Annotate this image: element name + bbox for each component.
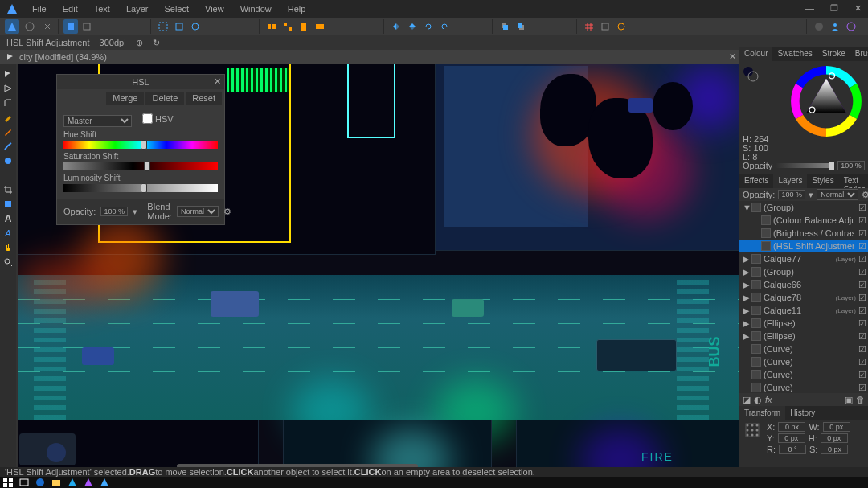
layer-visibility-checkbox[interactable]: ☑ xyxy=(858,383,866,393)
shape-tool-icon[interactable] xyxy=(2,198,14,211)
layer-row[interactable]: ▼(Group)☑ xyxy=(739,201,868,214)
rotate-ccw-icon[interactable] xyxy=(421,19,436,34)
taskview-icon[interactable] xyxy=(19,478,29,487)
transform-y[interactable] xyxy=(778,433,805,443)
hue-slider[interactable] xyxy=(63,141,218,149)
layer-mask-icon[interactable]: ◪ xyxy=(743,395,751,405)
flip-v-icon[interactable] xyxy=(405,19,420,34)
layer-visibility-checkbox[interactable]: ☑ xyxy=(858,370,866,380)
layer-visibility-checkbox[interactable]: ☑ xyxy=(858,267,866,277)
menu-file[interactable]: File xyxy=(24,2,55,16)
crop-tool-icon[interactable] xyxy=(2,183,14,196)
snap-grid-icon[interactable] xyxy=(582,19,596,34)
layer-visibility-checkbox[interactable]: ☑ xyxy=(858,254,866,265)
corner-tool-icon[interactable] xyxy=(2,96,14,109)
node-tool-icon[interactable] xyxy=(2,82,14,95)
layer-expand-icon[interactable]: ▶ xyxy=(743,318,749,329)
app3-icon[interactable] xyxy=(100,478,109,487)
layer-fx-icon[interactable]: fx xyxy=(765,395,772,404)
zoom-tool-icon[interactable] xyxy=(2,256,14,269)
layer-visibility-checkbox[interactable]: ☑ xyxy=(858,215,866,226)
layer-expand-icon[interactable]: ▶ xyxy=(743,331,749,342)
arrange-icon-3[interactable] xyxy=(297,19,311,34)
layer-row[interactable]: ▶Calque66☑ xyxy=(739,278,868,291)
account-icon[interactable] xyxy=(828,19,842,34)
layer-expand-icon[interactable]: ▶ xyxy=(743,306,749,316)
layer-row[interactable]: (Curve)☑ xyxy=(739,381,868,393)
tab-styles[interactable]: Styles xyxy=(807,174,838,188)
layers-opacity-stepper[interactable]: ▾ xyxy=(809,190,813,200)
explorer-icon[interactable] xyxy=(51,478,61,487)
close-view-icon[interactable]: ✕ xyxy=(729,51,736,62)
transform-w[interactable] xyxy=(823,422,850,432)
layers-gear-icon[interactable]: ⚙ xyxy=(862,190,868,200)
sat-slider[interactable] xyxy=(63,162,218,170)
app1-icon[interactable] xyxy=(68,478,77,487)
tab-brushes[interactable]: Brushes xyxy=(850,47,868,61)
lum-slider[interactable] xyxy=(63,184,218,192)
navigator-cube[interactable] xyxy=(19,433,76,465)
color-wheel[interactable] xyxy=(791,66,862,137)
close-window-button[interactable]: ✕ xyxy=(851,2,865,15)
maximize-button[interactable]: ❐ xyxy=(827,2,841,15)
hsl-dialog-header[interactable]: HSL ✕ xyxy=(57,75,224,89)
menu-select[interactable]: Select xyxy=(156,2,197,16)
layer-row[interactable]: (Curve)☑ xyxy=(739,355,868,368)
layer-visibility-checkbox[interactable]: ☑ xyxy=(858,203,866,213)
menu-edit[interactable]: Edit xyxy=(55,2,86,16)
layer-visibility-checkbox[interactable]: ☑ xyxy=(858,280,866,290)
order-back-icon[interactable] xyxy=(497,19,512,34)
arrange-icon-1[interactable] xyxy=(264,19,279,34)
tab-textstyles[interactable]: Text Styles xyxy=(839,174,868,188)
layer-visibility-checkbox[interactable]: ☑ xyxy=(858,318,866,329)
menu-layer[interactable]: Layer xyxy=(118,2,157,16)
layer-visibility-checkbox[interactable]: ☑ xyxy=(858,306,866,316)
tab-colour[interactable]: Colour xyxy=(739,47,772,61)
layer-row[interactable]: (Curve)☑ xyxy=(739,342,868,355)
layer-row[interactable]: ▶Calque77(Layer)☑ xyxy=(739,252,868,265)
photo-persona-icon[interactable] xyxy=(5,19,19,34)
flip-h-icon[interactable] xyxy=(389,19,403,34)
toolbar-icon-1[interactable] xyxy=(63,19,78,34)
layer-visibility-checkbox[interactable]: ☑ xyxy=(858,241,866,252)
move-tool-icon[interactable] xyxy=(2,68,14,80)
develop-persona-icon[interactable] xyxy=(40,19,55,34)
menu-help[interactable]: Help xyxy=(280,2,314,16)
help-icon[interactable] xyxy=(844,19,858,34)
document-tab[interactable]: city [Modified] (34.9%) xyxy=(19,52,107,62)
layer-row[interactable]: (Brightness / Contrast Adjustm☑ xyxy=(739,227,868,240)
layer-visibility-checkbox[interactable]: ☑ xyxy=(858,293,866,303)
color-swap-icon[interactable] xyxy=(743,66,759,82)
layer-expand-icon[interactable]: ▶ xyxy=(743,280,749,290)
tab-swatches[interactable]: Swatches xyxy=(772,47,817,61)
fill-tool-icon[interactable] xyxy=(2,154,14,167)
edge-icon[interactable] xyxy=(35,478,45,487)
layer-row[interactable]: (Curve)☑ xyxy=(739,368,868,381)
order-front-icon[interactable] xyxy=(514,19,528,34)
layers-blend-select[interactable]: Normal xyxy=(817,189,858,200)
selection-icon-3[interactable] xyxy=(188,19,203,34)
brush-tool-icon[interactable] xyxy=(2,140,14,153)
transform-h[interactable] xyxy=(821,433,848,443)
snap-icon-3[interactable] xyxy=(614,19,628,34)
tab-effects[interactable]: Effects xyxy=(739,174,773,188)
snap-icon-2[interactable] xyxy=(598,19,612,34)
tab-transform[interactable]: Transform xyxy=(739,406,785,420)
opacity-slider[interactable] xyxy=(776,163,834,168)
layer-row[interactable]: ▶Calque11(Layer)☑ xyxy=(739,304,868,317)
transform-r[interactable] xyxy=(779,445,806,454)
layer-expand-icon[interactable]: ▶ xyxy=(743,254,749,265)
layer-row[interactable]: (Colour Balance Adjustment)☑ xyxy=(739,214,868,227)
context-icon-2[interactable]: ↻ xyxy=(153,38,160,48)
minimize-button[interactable]: — xyxy=(802,2,817,15)
hsl-channel-select[interactable]: Master xyxy=(63,115,132,127)
transform-s[interactable] xyxy=(821,445,848,454)
tab-stroke[interactable]: Stroke xyxy=(817,47,850,61)
tab-layers[interactable]: Layers xyxy=(773,174,807,188)
arrange-icon-4[interactable] xyxy=(313,19,327,34)
tab-history[interactable]: History xyxy=(785,406,820,420)
text-tool-icon[interactable]: A xyxy=(2,212,14,225)
layer-add-icon[interactable]: ▣ xyxy=(845,395,853,405)
layer-expand-icon[interactable]: ▶ xyxy=(743,293,749,303)
layer-visibility-checkbox[interactable]: ☑ xyxy=(858,357,866,367)
